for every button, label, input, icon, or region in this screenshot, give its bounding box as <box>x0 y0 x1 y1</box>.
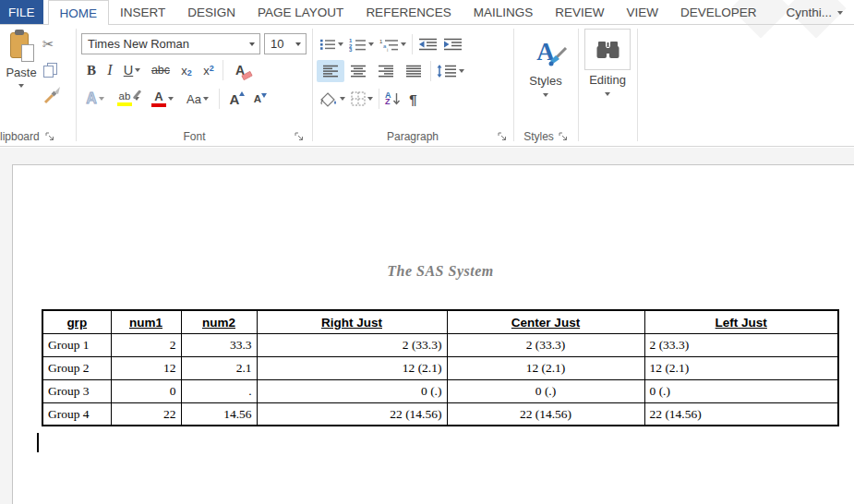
justify-button[interactable] <box>400 60 427 82</box>
numbering-button[interactable]: 1 2 3 <box>346 33 377 55</box>
cell-left-just[interactable]: 0 (.) <box>644 379 838 402</box>
sort-button[interactable]: AZ <box>382 88 403 110</box>
chevron-down-icon <box>295 42 301 46</box>
tab-references[interactable]: REFERENCES <box>355 0 462 25</box>
editing-button[interactable]: Editing <box>579 25 636 146</box>
copy-button[interactable] <box>42 58 70 81</box>
align-left-button[interactable] <box>317 60 344 82</box>
cell-grp[interactable]: Group 3 <box>42 379 111 402</box>
tab-home[interactable]: HOME <box>48 0 110 25</box>
shrink-font-button[interactable]: A <box>247 88 269 110</box>
cell-center-just[interactable]: 2 (33.3) <box>447 333 644 356</box>
cell-left-just[interactable]: 22 (14.56) <box>644 402 838 426</box>
paragraph-group-label: Paragraph <box>387 130 439 143</box>
superscript-button[interactable]: x2 <box>198 59 220 81</box>
cell-right-just[interactable]: 2 (33.3) <box>257 333 447 356</box>
underline-button[interactable]: U <box>118 59 146 81</box>
cell-grp[interactable]: Group 4 <box>42 402 111 426</box>
font-group-label: Font <box>183 130 205 143</box>
subscript-button[interactable]: x2 <box>175 59 198 81</box>
paste-button[interactable]: Paste <box>2 29 41 125</box>
button-separator <box>219 89 220 109</box>
styles-dialog-launcher-icon[interactable] <box>559 132 568 141</box>
chevron-down-icon <box>368 42 374 46</box>
align-right-button[interactable] <box>372 60 400 82</box>
strikethrough-button[interactable]: abc <box>146 59 175 81</box>
clipboard-dialog-launcher-icon[interactable] <box>45 132 54 141</box>
bold-button[interactable]: B <box>81 59 102 81</box>
tab-developer[interactable]: DEVELOPER <box>669 0 768 25</box>
cell-num2[interactable]: . <box>181 379 257 402</box>
col-header-num1[interactable]: num1 <box>111 310 181 333</box>
pilcrow-icon: ¶ <box>409 91 416 107</box>
cell-num1[interactable]: 22 <box>111 402 181 426</box>
font-name-select[interactable]: Times New Roman <box>81 33 260 54</box>
cell-num2[interactable]: 33.3 <box>181 333 257 356</box>
editing-button-label: Editing <box>589 73 626 87</box>
cell-right-just[interactable]: 12 (2.1) <box>257 356 447 379</box>
tab-page-layout[interactable]: PAGE LAYOUT <box>247 0 355 25</box>
svg-text:3: 3 <box>349 47 353 52</box>
chevron-down-icon <box>459 69 464 73</box>
cell-num1[interactable]: 0 <box>111 379 181 402</box>
document-page[interactable]: The SAS System grp num1 num2 Right Just … <box>12 164 854 504</box>
cell-num2[interactable]: 2.1 <box>181 356 257 379</box>
font-dialog-launcher-icon[interactable] <box>295 132 304 141</box>
button-separator <box>430 61 431 81</box>
italic-button[interactable]: I <box>102 59 118 81</box>
tab-view[interactable]: VIEW <box>615 0 669 25</box>
paragraph-dialog-launcher-icon[interactable] <box>498 132 507 141</box>
font-size-select[interactable]: 10 <box>264 33 307 54</box>
text-effects-button[interactable]: A <box>79 88 111 110</box>
align-left-icon <box>323 65 339 78</box>
increase-indent-button[interactable] <box>440 33 465 55</box>
line-spacing-button[interactable] <box>434 60 467 82</box>
sort-icon: AZ <box>385 91 401 106</box>
styles-button[interactable]: A Styles <box>514 25 577 146</box>
document-title[interactable]: The SAS System <box>42 263 838 280</box>
cell-num2[interactable]: 14.56 <box>181 402 257 426</box>
col-header-left-just[interactable]: Left Just <box>644 310 838 333</box>
col-header-num2[interactable]: num2 <box>181 310 257 333</box>
cell-grp[interactable]: Group 1 <box>42 333 111 356</box>
tab-design[interactable]: DESIGN <box>176 0 247 25</box>
table-row: Group 1 2 33.3 2 (33.3) 2 (33.3) 2 (33.3… <box>42 333 838 356</box>
cell-right-just[interactable]: 22 (14.56) <box>257 402 447 426</box>
borders-button[interactable] <box>348 88 376 110</box>
tab-file[interactable]: FILE <box>0 0 43 24</box>
format-painter-button[interactable] <box>42 83 70 106</box>
font-color-button[interactable]: A <box>146 88 179 110</box>
clear-formatting-button[interactable]: A <box>226 59 254 81</box>
chevron-down-icon <box>837 11 843 15</box>
multilevel-list-button[interactable]: 1 a i <box>377 33 409 55</box>
chevron-down-icon <box>168 97 174 101</box>
line-spacing-icon <box>437 65 457 78</box>
decrease-indent-button[interactable] <box>415 33 440 55</box>
cell-center-just[interactable]: 0 (.) <box>447 379 644 402</box>
styles-icon: A <box>523 32 569 71</box>
cell-left-just[interactable]: 12 (2.1) <box>644 356 838 379</box>
tab-insert[interactable]: INSERT <box>109 0 176 25</box>
cell-num1[interactable]: 2 <box>111 333 181 356</box>
cell-grp[interactable]: Group 2 <box>42 356 111 379</box>
cell-right-just[interactable]: 0 (.) <box>257 379 447 402</box>
bullets-button[interactable] <box>317 33 346 55</box>
col-header-center-just[interactable]: Center Just <box>447 310 644 333</box>
cell-center-just[interactable]: 12 (2.1) <box>447 356 644 379</box>
col-header-grp[interactable]: grp <box>42 310 111 333</box>
cell-center-just[interactable]: 22 (14.56) <box>447 402 644 426</box>
cut-button[interactable]: ✂ <box>42 32 70 55</box>
shading-button[interactable] <box>317 88 348 110</box>
change-case-button[interactable]: Aa <box>179 88 216 110</box>
grow-font-icon: A <box>230 91 240 107</box>
tab-mailings[interactable]: MAILINGS <box>463 0 545 25</box>
highlight-button[interactable]: ab <box>111 88 146 110</box>
cell-num1[interactable]: 12 <box>111 356 181 379</box>
col-header-right-just[interactable]: Right Just <box>257 310 447 333</box>
align-center-button[interactable] <box>344 60 372 82</box>
user-account-button[interactable]: Cynthi... <box>775 0 854 25</box>
tab-review[interactable]: REVIEW <box>544 0 615 25</box>
cell-left-just[interactable]: 2 (33.3) <box>644 333 838 356</box>
grow-font-button[interactable]: A <box>223 88 247 110</box>
show-paragraph-marks-button[interactable]: ¶ <box>403 88 424 110</box>
